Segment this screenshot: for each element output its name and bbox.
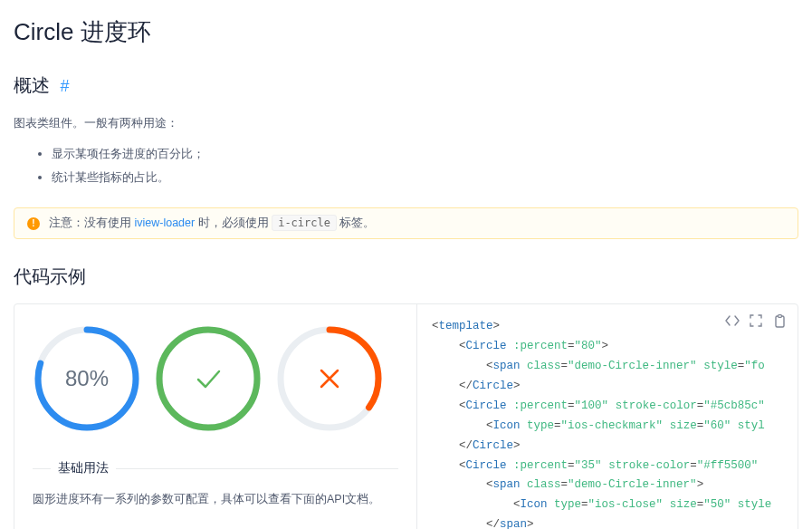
warning-alert: ! 注意：没有使用 iview-loader 时，必须使用 i-circle 标… bbox=[14, 207, 798, 239]
demo-title-wrap: 基础用法 bbox=[33, 460, 398, 476]
alert-code: i-circle bbox=[272, 215, 337, 231]
alert-suffix: 标签。 bbox=[339, 216, 375, 229]
expand-icon[interactable] bbox=[749, 313, 763, 328]
examples-heading: 代码示例 bbox=[14, 264, 798, 289]
page-title: Circle 进度环 bbox=[14, 16, 798, 48]
overview-heading-text: 概述 bbox=[14, 75, 50, 95]
svg-rect-7 bbox=[779, 315, 782, 318]
demo-preview: 80% bbox=[14, 304, 417, 529]
circle-progress-80: 80% bbox=[33, 324, 141, 433]
alert-mid: 时，必须使用 bbox=[198, 216, 269, 229]
circles-row: 80% bbox=[33, 324, 398, 433]
bullet-item: 统计某些指标的占比。 bbox=[52, 166, 798, 189]
demo-card: 80% bbox=[14, 303, 798, 529]
overview-bullets: 显示某项任务进度的百分比； 统计某些指标的占比。 bbox=[14, 142, 798, 189]
circle-label: 80% bbox=[33, 324, 141, 433]
demo-desc: 圆形进度环有一系列的参数可配置，具体可以查看下面的API文档。 bbox=[33, 489, 398, 510]
checkmark-icon bbox=[154, 324, 263, 433]
circle-progress-100 bbox=[154, 324, 263, 433]
code-icon[interactable] bbox=[725, 313, 740, 328]
bullet-item: 显示某项任务进度的百分比； bbox=[52, 142, 798, 166]
code-block: <template> <Circle :percent="80"> <span … bbox=[432, 317, 798, 529]
circle-progress-35 bbox=[275, 324, 384, 433]
overview-desc: 图表类组件。一般有两种用途： bbox=[14, 112, 798, 133]
anchor-link[interactable]: # bbox=[61, 77, 70, 95]
copy-icon[interactable] bbox=[772, 313, 787, 328]
warning-icon: ! bbox=[27, 217, 40, 230]
close-icon bbox=[275, 324, 384, 433]
alert-text: 注意：没有使用 iview-loader 时，必须使用 i-circle 标签。 bbox=[49, 216, 375, 231]
alert-prefix: 注意：没有使用 bbox=[49, 216, 131, 229]
overview-heading: 概述 # bbox=[14, 73, 798, 98]
demo-title: 基础用法 bbox=[51, 460, 116, 476]
code-actions bbox=[725, 313, 787, 328]
demo-code: <template> <Circle :percent="80"> <span … bbox=[417, 304, 798, 529]
alert-link[interactable]: iview-loader bbox=[134, 216, 195, 229]
